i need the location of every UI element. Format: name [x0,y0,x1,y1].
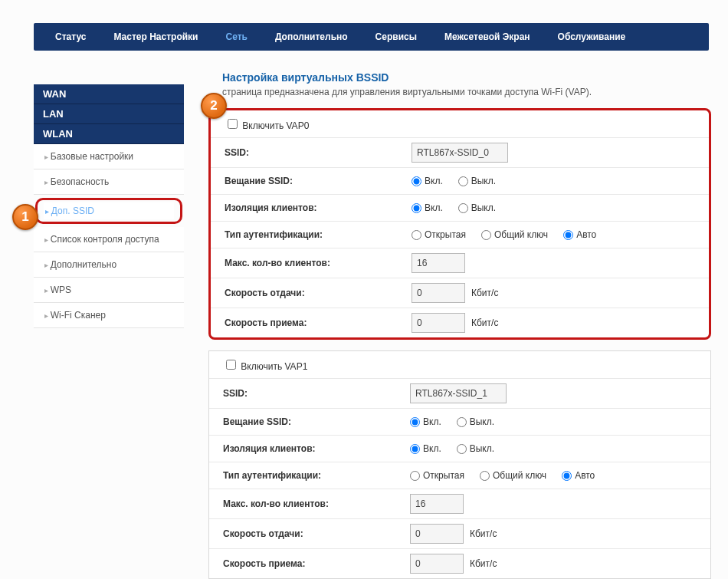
page-desc: страница предназначена для управления ви… [222,87,711,97]
annotation-badge-2: 2 [201,93,227,119]
vap0-ssid-label: SSID: [211,141,405,164]
nav-status[interactable]: Статус [41,31,100,42]
nav-firewall[interactable]: Межсетевой Экран [431,31,544,42]
vap0-ssid-input[interactable] [412,143,508,163]
nav-network[interactable]: Сеть [212,31,261,42]
vap0-maxclients-input[interactable] [412,253,465,273]
page-title: Настройка виртуальных BSSID [222,71,711,84]
sidebar-item-acl[interactable]: Список контроля доступа [34,227,184,252]
vap0-auth-auto[interactable]: Авто [563,229,596,240]
vap1-auth-open[interactable]: Открытая [410,470,464,481]
vap0-broadcast-on[interactable]: Вкл. [412,176,443,186]
vap0-txrate-label: Скорость отдачи: [211,281,405,304]
vap0-rxrate-input[interactable] [412,313,465,333]
vap1-auth-shared[interactable]: Общий ключ [480,470,546,481]
vap0-isolation-on[interactable]: Вкл. [412,202,443,213]
sidebar: WAN LAN WLAN Базовые настройки Безопасно… [34,84,184,328]
vap1-auth-auto[interactable]: Авто [562,470,595,481]
sidebar-header-lan[interactable]: LAN [34,104,184,124]
sidebar-header-wlan[interactable]: WLAN [34,124,184,144]
nav-wizard[interactable]: Мастер Настройки [100,31,212,42]
sidebar-item-basic[interactable]: Базовые настройки [34,144,184,169]
nav-maintenance[interactable]: Обслуживание [544,31,640,42]
vap1-isolation-off[interactable]: Выкл. [457,443,494,454]
vap1-rxrate-input[interactable] [410,554,464,574]
kbps-unit: Кбит/с [471,288,498,298]
nav-advanced[interactable]: Дополнительно [261,31,362,42]
vap1-ssid-input[interactable] [410,383,507,403]
vap0-isolation-off[interactable]: Выкл. [458,202,496,213]
vap1-rxrate-label: Скорость приема: [209,552,404,575]
vap1-isolation-on[interactable]: Вкл. [410,443,441,454]
kbps-unit: Кбит/с [470,558,497,569]
vap0-broadcast-label: Вещание SSID: [211,169,405,192]
vap1-txrate-label: Скорость отдачи: [209,522,404,545]
vap0-txrate-input[interactable] [412,283,465,303]
vap0-broadcast-off[interactable]: Выкл. [458,176,496,186]
nav-services[interactable]: Сервисы [362,31,431,42]
vap1-isolation-label: Изоляция клиентов: [209,437,404,460]
vap1-broadcast-off[interactable]: Выкл. [457,416,494,427]
vap0-enable-checkbox[interactable] [228,119,238,129]
vap1-maxclients-label: Макс. кол-во клиентов: [209,492,404,515]
vap1-enable-label: Включить VAP1 [241,361,307,372]
sidebar-item-security[interactable]: Безопасность [34,169,184,195]
annotation-badge-1: 1 [12,204,38,230]
vap1-auth-label: Тип аутентификации: [209,464,404,487]
vap0-rxrate-label: Скорость приема: [211,311,405,334]
content: Настройка виртуальных BSSID страница пре… [208,65,711,579]
sidebar-item-advanced[interactable]: Дополнительно [34,252,184,278]
vap0-auth-shared[interactable]: Общий ключ [481,229,548,240]
vap0-auth-label: Тип аутентификации: [211,223,405,246]
highlight-sidebar: Доп. SSID [35,198,182,224]
sidebar-header-wan[interactable]: WAN [34,84,184,104]
vap0-panel: Включить VAP0 SSID: Вещание SSID: Вкл. В… [208,108,711,340]
sidebar-item-wps[interactable]: WPS [34,278,184,303]
vap1-broadcast-label: Вещание SSID: [209,410,404,433]
sidebar-item-scanner[interactable]: Wi-Fi Сканер [34,303,184,328]
vap0-maxclients-label: Макс. кол-во клиентов: [211,252,405,275]
vap0-auth-open[interactable]: Открытая [412,229,466,240]
vap1-enable-checkbox[interactable] [226,360,236,370]
kbps-unit: Кбит/с [471,317,498,328]
vap1-broadcast-on[interactable]: Вкл. [410,416,441,427]
main-nav: Статус Мастер Настройки Сеть Дополнитель… [34,23,709,51]
vap1-panel: Включить VAP1 SSID: Вещание SSID: Вкл. В… [208,350,711,579]
kbps-unit: Кбит/с [470,528,497,539]
sidebar-item-dop-ssid[interactable]: Доп. SSID [44,202,174,219]
vap0-enable-label: Включить VAP0 [242,120,309,131]
vap1-txrate-input[interactable] [410,524,464,544]
vap0-isolation-label: Изоляция клиентов: [211,196,405,219]
vap1-ssid-label: SSID: [209,382,404,405]
vap0-enable[interactable]: Включить VAP0 [225,120,309,131]
vap1-maxclients-input[interactable] [410,494,464,514]
vap1-enable[interactable]: Включить VAP1 [223,361,307,372]
